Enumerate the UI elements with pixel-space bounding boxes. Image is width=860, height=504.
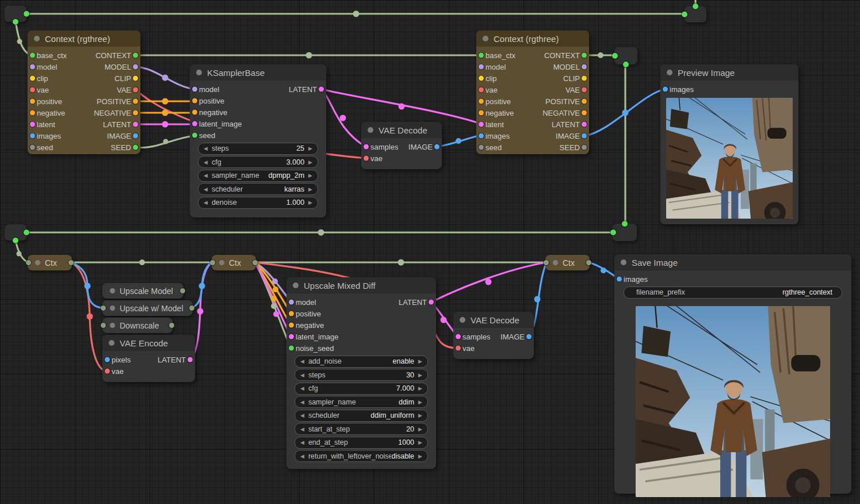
output-port-vae[interactable]: [582, 87, 587, 93]
output-port-model[interactable]: [582, 64, 587, 70]
node-downscale-collapsed[interactable]: Downscale: [102, 318, 173, 333]
node-header[interactable]: Preview Image: [660, 64, 798, 81]
increment-arrow-icon[interactable]: ▶: [308, 200, 312, 205]
increment-arrow-icon[interactable]: ▶: [418, 413, 422, 418]
collapse-dot-icon[interactable]: [110, 306, 115, 311]
reroute-input-port[interactable]: [24, 230, 29, 235]
node-header[interactable]: VAE Decode: [361, 122, 442, 138]
widget-cfg[interactable]: ◀cfg3.000▶: [198, 156, 318, 168]
output-port-context[interactable]: [133, 53, 138, 58]
output-port-image[interactable]: [582, 133, 587, 139]
decrement-arrow-icon[interactable]: ◀: [300, 413, 304, 418]
output-port-latent[interactable]: [133, 122, 138, 127]
input-port-latent[interactable]: [30, 122, 35, 127]
output-port-latent[interactable]: [429, 300, 434, 305]
widget-scheduler[interactable]: ◀schedulerkarras▶: [198, 183, 318, 195]
input-port-images[interactable]: [617, 277, 622, 282]
input-port-dot[interactable]: [210, 260, 215, 265]
node-upscale-w-model-collapsed[interactable]: Upscale w/ Model: [102, 300, 193, 316]
node-context-rgthree-2[interactable]: Context (rgthree) base_ctxCONTEXT modelM…: [476, 30, 589, 154]
output-port-dot[interactable]: [68, 260, 74, 265]
input-port-dot[interactable]: [101, 323, 106, 328]
input-port-negative[interactable]: [192, 110, 197, 115]
collapse-dot-icon[interactable]: [553, 260, 558, 265]
input-port-positive[interactable]: [479, 99, 484, 104]
increment-arrow-icon[interactable]: ▶: [308, 186, 312, 192]
node-vae-decode-2[interactable]: VAE Decode samplesIMAGE vae: [453, 312, 534, 359]
input-port-vae[interactable]: [364, 156, 369, 161]
output-port-model[interactable]: [133, 64, 138, 70]
decrement-arrow-icon[interactable]: ◀: [204, 159, 208, 165]
reroute-output-port[interactable]: [13, 238, 18, 243]
output-port-vae[interactable]: [133, 87, 138, 93]
increment-arrow-icon[interactable]: ▶: [418, 358, 422, 364]
decrement-arrow-icon[interactable]: ◀: [204, 146, 208, 151]
widget-steps[interactable]: ◀steps25▶: [198, 143, 318, 155]
input-port-negative[interactable]: [30, 110, 35, 116]
input-port-vae[interactable]: [479, 87, 484, 93]
node-header[interactable]: Save Image: [614, 254, 851, 270]
increment-arrow-icon[interactable]: ▶: [418, 426, 422, 432]
increment-arrow-icon[interactable]: ▶: [308, 146, 312, 151]
collapse-dot-icon[interactable]: [621, 259, 626, 265]
widget-return-with-leftover-noise[interactable]: ◀return_with_leftover_noisedisable▶: [295, 450, 428, 462]
input-port-images[interactable]: [30, 133, 35, 139]
widget-filename-prefix[interactable]: filename_prefix rgthree_context: [624, 287, 842, 299]
input-port-seed[interactable]: [479, 145, 484, 150]
output-port-dot[interactable]: [189, 306, 194, 311]
decrement-arrow-icon[interactable]: ◀: [300, 372, 304, 378]
increment-arrow-icon[interactable]: ▶: [308, 159, 312, 165]
collapse-dot-icon[interactable]: [667, 70, 672, 75]
input-port-dot[interactable]: [544, 260, 549, 265]
collapse-dot-icon[interactable]: [196, 70, 202, 75]
input-port-base_ctx[interactable]: [30, 53, 35, 58]
decrement-arrow-icon[interactable]: ◀: [300, 358, 304, 364]
output-port-latent[interactable]: [319, 87, 324, 92]
decrement-arrow-icon[interactable]: ◀: [204, 173, 208, 178]
input-port-negative[interactable]: [479, 110, 484, 116]
input-port-dot[interactable]: [101, 306, 106, 311]
node-ctx-collapsed-2[interactable]: Ctx: [212, 255, 256, 270]
input-port-images[interactable]: [479, 133, 484, 139]
input-port-vae[interactable]: [105, 369, 110, 374]
collapse-dot-icon[interactable]: [35, 260, 40, 265]
input-port-base_ctx[interactable]: [479, 53, 484, 58]
collapse-dot-icon[interactable]: [109, 340, 114, 346]
input-port-samples[interactable]: [456, 334, 461, 339]
input-port-seed[interactable]: [30, 145, 35, 150]
node-context-rgthree-1[interactable]: Context (rgthree) base_ctxCONTEXT modelM…: [28, 30, 140, 154]
node-upscale-mixed-diff[interactable]: Upscale Mixed Diff modelLATENT positive …: [286, 277, 436, 469]
output-port-seed[interactable]: [133, 145, 138, 150]
collapse-dot-icon[interactable]: [110, 288, 115, 293]
decrement-arrow-icon[interactable]: ◀: [300, 385, 304, 391]
node-header[interactable]: VAE Decode: [453, 312, 534, 328]
node-upscale-model-collapsed[interactable]: Upscale Model: [102, 283, 184, 299]
widget-denoise[interactable]: ◀denoise1.000▶: [198, 197, 318, 209]
reroute-output-port[interactable]: [13, 19, 18, 25]
output-port-dot[interactable]: [586, 260, 591, 265]
output-port-clip[interactable]: [133, 76, 138, 81]
input-port-model[interactable]: [479, 64, 484, 70]
reroute-output-port[interactable]: [24, 11, 29, 17]
decrement-arrow-icon[interactable]: ◀: [300, 426, 304, 432]
widget-sampler-name[interactable]: ◀sampler_nameddim▶: [295, 396, 428, 408]
reroute-input-port[interactable]: [622, 221, 628, 227]
decrement-arrow-icon[interactable]: ◀: [300, 399, 304, 405]
output-port-positive[interactable]: [133, 99, 138, 104]
collapse-dot-icon[interactable]: [483, 36, 488, 41]
input-port-vae[interactable]: [456, 346, 461, 351]
input-port-model[interactable]: [289, 300, 294, 305]
increment-arrow-icon[interactable]: ▶: [418, 399, 422, 405]
widget-start-at-step[interactable]: ◀start_at_step20▶: [295, 423, 428, 435]
decrement-arrow-icon[interactable]: ◀: [300, 453, 304, 459]
decrement-arrow-icon[interactable]: ◀: [204, 200, 208, 205]
node-header[interactable]: Upscale Mixed Diff: [286, 277, 436, 293]
collapse-dot-icon[interactable]: [293, 282, 299, 288]
node-ctx-collapsed-1[interactable]: Ctx: [28, 255, 72, 270]
increment-arrow-icon[interactable]: ▶: [418, 372, 422, 378]
node-vae-decode-1[interactable]: VAE Decode samplesIMAGE vae: [361, 122, 442, 169]
reroute-output-port[interactable]: [610, 230, 616, 235]
increment-arrow-icon[interactable]: ▶: [308, 173, 312, 178]
collapse-dot-icon[interactable]: [110, 323, 115, 328]
reroute-node-top-left[interactable]: [5, 6, 26, 22]
